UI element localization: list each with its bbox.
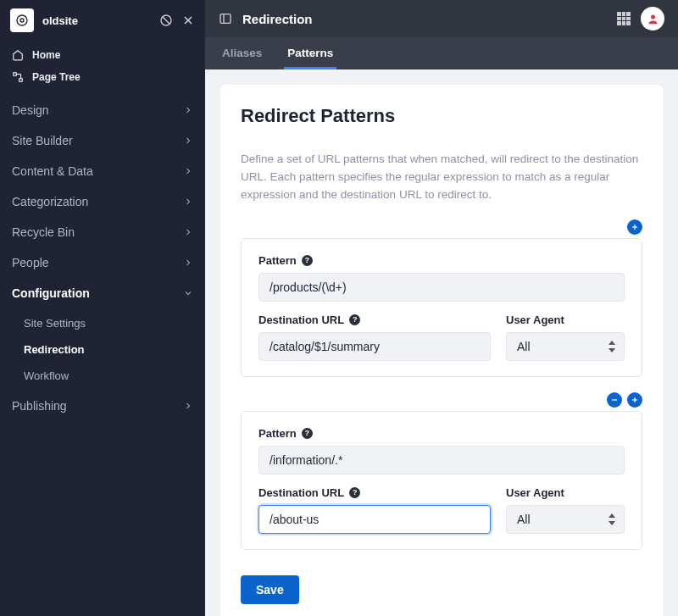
nav-publishing[interactable]: Publishing: [0, 391, 205, 421]
sub-workflow[interactable]: Workflow: [0, 363, 205, 389]
nav-content-data[interactable]: Content & Data: [0, 156, 205, 186]
svg-point-0: [17, 15, 27, 25]
chevron-right-icon: [183, 136, 193, 146]
pattern-input[interactable]: [258, 446, 625, 474]
pattern-input[interactable]: [258, 273, 625, 302]
svg-point-12: [651, 14, 655, 19]
chevron-right-icon: [183, 197, 193, 207]
compass-icon[interactable]: [159, 14, 173, 27]
close-icon[interactable]: [181, 14, 195, 27]
svg-rect-7: [19, 79, 23, 82]
user-agent-label: User Agent: [506, 314, 625, 326]
help-icon[interactable]: ?: [302, 428, 313, 439]
content: Redirect Patterns Define a set of URL pa…: [205, 69, 678, 616]
sub-redirection[interactable]: Redirection: [0, 336, 205, 363]
site-icon[interactable]: [10, 8, 34, 32]
tabbar: Aliases Patterns: [205, 37, 678, 69]
svg-rect-10: [220, 14, 231, 24]
home-label: Home: [32, 49, 60, 61]
destination-label: Destination URL ?: [258, 314, 491, 326]
pagetree-link[interactable]: Page Tree: [0, 66, 205, 88]
help-icon[interactable]: ?: [302, 255, 313, 266]
home-link[interactable]: Home: [0, 44, 205, 66]
user-agent-select[interactable]: [506, 332, 625, 361]
pattern-entry: Pattern ? Destination URL ? User Age: [241, 411, 642, 550]
topbar-title: Redirection: [242, 12, 607, 26]
card: Redirect Patterns Define a set of URL pa…: [220, 85, 663, 616]
nav-people[interactable]: People: [0, 247, 205, 278]
pattern-entry: Pattern ? Destination URL ? User Age: [241, 238, 642, 377]
entry-actions-2: [241, 392, 642, 408]
sub-site-settings[interactable]: Site Settings: [0, 310, 205, 336]
chevron-down-icon: [183, 288, 193, 298]
panel-icon[interactable]: [219, 12, 232, 25]
apps-icon[interactable]: [617, 12, 631, 25]
tab-aliases[interactable]: Aliases: [219, 37, 265, 69]
destination-input[interactable]: [258, 332, 491, 361]
pagetree-label: Page Tree: [32, 71, 81, 83]
main: Redirection Aliases Patterns Redirect Pa…: [205, 0, 678, 616]
remove-entry-button[interactable]: [607, 392, 622, 408]
page-title: Redirect Patterns: [241, 105, 642, 127]
nav-site-builder[interactable]: Site Builder: [0, 125, 205, 156]
user-agent-select[interactable]: [506, 505, 625, 534]
add-entry-button[interactable]: [627, 219, 642, 235]
pattern-label: Pattern ?: [258, 254, 625, 267]
sidebar: oldsite Home Page Tree Design Site Build…: [0, 0, 205, 616]
help-icon[interactable]: ?: [349, 314, 360, 325]
nav-recycle-bin[interactable]: Recycle Bin: [0, 217, 205, 247]
user-agent-label: User Agent: [506, 486, 625, 499]
chevron-right-icon: [183, 166, 193, 176]
nav-list: Design Site Builder Content & Data Categ…: [0, 92, 205, 425]
destination-input[interactable]: [258, 505, 491, 534]
tab-patterns[interactable]: Patterns: [284, 37, 336, 69]
avatar[interactable]: [641, 7, 664, 31]
nav-configuration[interactable]: Configuration: [0, 278, 205, 308]
chevron-right-icon: [183, 401, 193, 411]
nav-design[interactable]: Design: [0, 95, 205, 125]
chevron-right-icon: [183, 105, 193, 115]
pattern-label: Pattern ?: [258, 427, 625, 440]
page-description: Define a set of URL patterns that when m…: [241, 151, 642, 204]
svg-point-1: [20, 19, 24, 22]
chevron-right-icon: [183, 258, 193, 268]
destination-label: Destination URL ?: [258, 486, 491, 499]
topbar: Redirection: [205, 0, 678, 37]
help-icon[interactable]: ?: [349, 487, 360, 498]
svg-line-3: [163, 17, 170, 24]
site-name: oldsite: [42, 14, 151, 27]
add-entry-button[interactable]: [627, 392, 642, 408]
save-button[interactable]: Save: [241, 575, 299, 604]
nav-categorization[interactable]: Categorization: [0, 186, 205, 217]
sidebar-header: oldsite: [0, 0, 205, 41]
sidebar-static: Home Page Tree: [0, 41, 205, 92]
entry-actions-1: [241, 219, 642, 235]
chevron-right-icon: [183, 227, 193, 237]
config-sublist: Site Settings Redirection Workflow: [0, 308, 205, 391]
svg-rect-6: [14, 73, 17, 76]
